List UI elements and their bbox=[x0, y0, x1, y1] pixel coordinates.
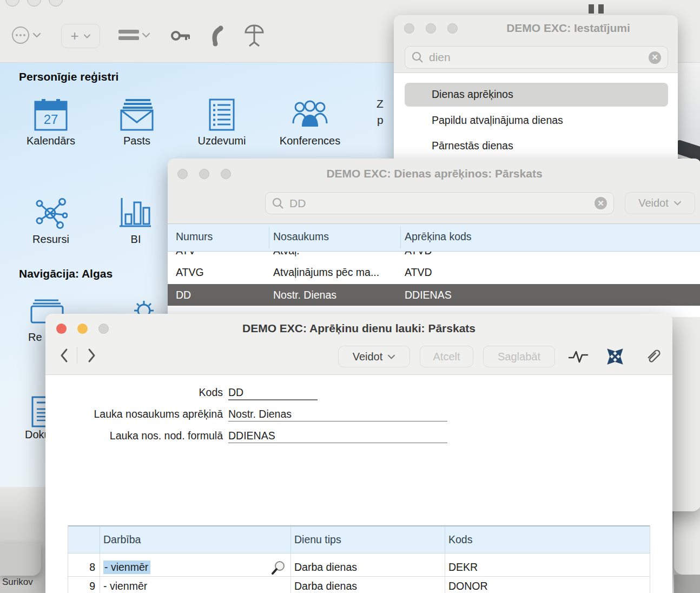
create-button-label: Veidot bbox=[638, 197, 669, 209]
background-window bbox=[674, 575, 700, 593]
clipped-glyph bbox=[589, 4, 594, 14]
cell-kods: ATVD bbox=[405, 266, 432, 279]
expand-icon[interactable] bbox=[607, 348, 623, 365]
paperclip-icon[interactable] bbox=[645, 347, 662, 366]
create-button[interactable]: Veidot bbox=[625, 192, 695, 214]
activity-pulse-icon[interactable] bbox=[568, 349, 589, 364]
settings-list: Dienas aprēķinos Papildu atvaļinājuma di… bbox=[394, 73, 678, 163]
save-button[interactable]: Saglabāt bbox=[483, 346, 555, 367]
umbrella-icon[interactable] bbox=[243, 24, 265, 48]
window-title: DEMO EXC: Aprēķinu dienu lauki: Pārskats bbox=[45, 322, 672, 335]
column-header[interactable]: Kods bbox=[448, 533, 472, 546]
column-divider[interactable] bbox=[445, 526, 445, 553]
settings-item[interactable]: Dienas aprēķinos bbox=[432, 88, 513, 101]
background-window-text: Surikov bbox=[2, 577, 33, 588]
bar-chart-icon bbox=[120, 198, 152, 229]
key-icon[interactable] bbox=[171, 27, 191, 44]
search-icon bbox=[272, 197, 284, 209]
screen: + Personīgie reģistri 27 bbox=[0, 0, 700, 593]
add-button-label: + bbox=[70, 28, 78, 44]
settings-item[interactable]: Pārnestās dienas bbox=[432, 140, 513, 152]
list-view-icon[interactable] bbox=[118, 29, 140, 42]
register-label: Resursi bbox=[32, 233, 69, 246]
nav-item-label-registers[interactable]: Re bbox=[28, 331, 42, 344]
cell-nosaukums: Atvaļinājums pēc ma... bbox=[273, 266, 379, 279]
cell-code[interactable]: DEKR bbox=[448, 561, 478, 574]
column-divider[interactable] bbox=[269, 227, 269, 248]
clear-search-icon[interactable]: ✕ bbox=[649, 51, 661, 64]
register-bi[interactable]: BI bbox=[101, 198, 171, 246]
column-divider[interactable] bbox=[290, 526, 291, 553]
clipped-glyph bbox=[598, 4, 604, 14]
table-row[interactable]: ATVG Atvaļinājums pēc ma... ATVD bbox=[168, 261, 700, 283]
grid-row[interactable]: 8 - vienmēr Darba dienas DEKR bbox=[68, 558, 650, 577]
grid-header: Darbība Dienu tips Kods bbox=[68, 525, 650, 554]
settings-window: DEMO EXC: Iestatījumi dien ✕ Dienas aprē… bbox=[394, 15, 678, 162]
register-uzdevumi[interactable]: Uzdevumi bbox=[187, 98, 257, 147]
field-name-formula[interactable]: DDIENAS bbox=[228, 430, 275, 442]
chevron-down-icon[interactable] bbox=[32, 32, 41, 38]
chevron-down-icon bbox=[673, 200, 682, 206]
register-label: Pasts bbox=[123, 135, 150, 147]
column-header[interactable]: Aprēķina kods bbox=[405, 230, 472, 243]
cell-action[interactable]: - vienmēr bbox=[103, 580, 147, 592]
column-header[interactable]: Nosaukums bbox=[273, 230, 329, 243]
paste-special-magnifier-icon[interactable] bbox=[271, 560, 286, 575]
column-divider[interactable] bbox=[100, 526, 100, 553]
register-label: Kalendārs bbox=[27, 135, 75, 147]
register-resursi[interactable]: Resursi bbox=[16, 198, 86, 246]
create-button[interactable]: Veidot bbox=[338, 346, 410, 367]
cell-code[interactable]: DONOR bbox=[448, 580, 488, 592]
cell-nosaukums: Nostr. Dienas bbox=[273, 289, 336, 301]
cancel-button[interactable]: Atcelt bbox=[420, 346, 473, 367]
search-value: dien bbox=[429, 51, 643, 64]
more-options-icon[interactable] bbox=[11, 25, 30, 45]
settings-item[interactable]: Papildu atvaļinājuma dienas bbox=[432, 114, 563, 127]
search-icon bbox=[412, 51, 424, 63]
clear-search-icon[interactable]: ✕ bbox=[595, 197, 607, 209]
register-konferences[interactable]: Konferences bbox=[275, 98, 345, 147]
field-name-calc[interactable]: Nostr. Dienas bbox=[228, 408, 292, 420]
kods-field[interactable]: DD bbox=[228, 386, 243, 399]
field-underline bbox=[228, 421, 447, 421]
search-input[interactable]: DD ✕ bbox=[265, 192, 614, 214]
table-body: ATV Atvaļ. ATVD ATVG Atvaļinājums pēc ma… bbox=[168, 243, 700, 315]
field-label: Kods bbox=[50, 386, 223, 399]
column-header[interactable]: Dienu tips bbox=[294, 533, 341, 546]
chevron-down-icon bbox=[387, 354, 395, 360]
window-title: DEMO EXC: Dienas aprēķinos: Pārskats bbox=[168, 167, 700, 180]
cell-action-selected[interactable]: - vienmēr bbox=[103, 561, 150, 574]
chevron-down-icon[interactable] bbox=[142, 32, 150, 38]
add-button[interactable]: + bbox=[61, 24, 100, 48]
section-heading-navigation: Navigācija: Algas bbox=[19, 267, 113, 280]
field-underline bbox=[228, 443, 447, 443]
column-header[interactable]: Numurs bbox=[176, 230, 213, 243]
register-kalendars[interactable]: 27 Kalendārs bbox=[16, 98, 86, 147]
phone-icon[interactable] bbox=[210, 25, 227, 47]
search-input[interactable]: dien ✕ bbox=[405, 46, 668, 69]
back-button[interactable] bbox=[58, 348, 70, 363]
minimize-icon[interactable] bbox=[27, 0, 41, 6]
table-row-selected[interactable]: DD Nostr. Dienas DDIENAS bbox=[168, 284, 700, 306]
field-label: Lauka nos. nod. formulā bbox=[50, 430, 223, 442]
tasks-icon bbox=[208, 98, 236, 131]
field-underline bbox=[228, 399, 318, 400]
cell-day-type[interactable]: Darba dienas bbox=[294, 561, 357, 574]
grid-row[interactable]: 9 - vienmēr Darba dienas DONOR bbox=[68, 577, 650, 593]
toolbar-divider bbox=[77, 347, 77, 364]
zoom-icon[interactable] bbox=[49, 0, 63, 6]
register-label: BI bbox=[131, 233, 141, 246]
register-pasts[interactable]: Pasts bbox=[102, 98, 172, 147]
column-divider[interactable] bbox=[400, 227, 401, 248]
record-window: DEMO EXC: Aprēķinu dienu lauki: Pārskats… bbox=[45, 314, 672, 593]
background-window-corner bbox=[0, 542, 41, 576]
search-value: DD bbox=[289, 197, 589, 210]
cell-kods: DDIENAS bbox=[405, 289, 452, 301]
column-header[interactable]: Darbība bbox=[103, 533, 141, 546]
window-title: DEMO EXC: Iestatījumi bbox=[394, 22, 678, 35]
row-number: 9 bbox=[68, 580, 95, 592]
clipped-text-p: p bbox=[377, 114, 384, 127]
forward-button[interactable] bbox=[85, 348, 97, 363]
cell-day-type[interactable]: Darba dienas bbox=[294, 580, 357, 592]
close-icon[interactable] bbox=[5, 0, 19, 6]
